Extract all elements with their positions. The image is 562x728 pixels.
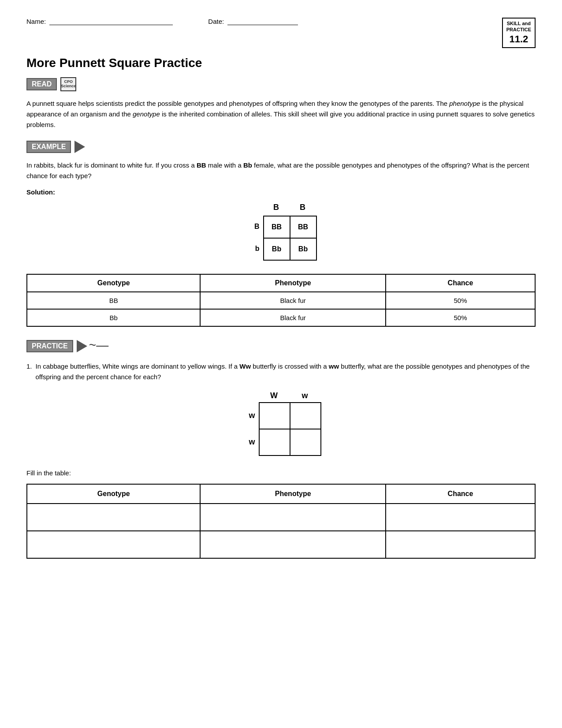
fill-row1-chance bbox=[386, 504, 535, 531]
col-header-2: B bbox=[290, 203, 316, 214]
header-row: Name: Date: SKILL and PRACTICE 11.2 bbox=[26, 18, 536, 48]
practice-punnett-grid bbox=[259, 402, 321, 456]
practice-badge: PRACTICE bbox=[26, 340, 73, 352]
read-section: READ CPOScience bbox=[26, 77, 536, 91]
question-1-number: 1. bbox=[26, 361, 32, 382]
fill-in-text: Fill in the table: bbox=[26, 469, 536, 477]
fill-row2-genotype bbox=[27, 531, 200, 558]
practice-cell-1-1 bbox=[260, 403, 290, 429]
practice-icon: ~— bbox=[77, 340, 108, 352]
name-line bbox=[49, 25, 173, 25]
practice-play-icon bbox=[77, 340, 87, 352]
punnett-body-example: B b BB BB Bb Bb bbox=[246, 216, 317, 261]
punnett-square-example: B B B b BB BB Bb Bb bbox=[26, 203, 536, 261]
row2-genotype: Bb bbox=[27, 309, 200, 326]
practice-cell-1-2 bbox=[290, 403, 321, 429]
name-field: Name: bbox=[26, 18, 173, 25]
solution-label: Solution: bbox=[26, 188, 536, 196]
fill-table: Genotype Phenotype Chance bbox=[26, 484, 536, 559]
play-icon bbox=[74, 141, 85, 153]
date-field: Date: bbox=[208, 18, 298, 25]
row1-phenotype: Black fur bbox=[200, 292, 386, 309]
row-label-1: B bbox=[246, 216, 263, 238]
fill-row1-genotype bbox=[27, 504, 200, 531]
table-header-genotype: Genotype bbox=[27, 274, 200, 292]
question-1-text: In cabbage butterflies, White wings are … bbox=[36, 361, 536, 382]
practice-label: PRACTICE bbox=[506, 27, 531, 32]
book-icon: CPOScience bbox=[60, 77, 76, 91]
punnett-grid-example: BB BB Bb Bb bbox=[263, 216, 317, 261]
cell-1-1: BB bbox=[264, 217, 290, 239]
table-header-phenotype: Phenotype bbox=[200, 274, 386, 292]
practice-col-headers: W w bbox=[259, 391, 321, 400]
punnett-col-headers: B B bbox=[263, 203, 317, 214]
row2-chance: 50% bbox=[386, 309, 535, 326]
skill-number: 11.2 bbox=[506, 33, 531, 46]
example-badge: EXAMPLE bbox=[26, 141, 71, 153]
question-1-content: 1. In cabbage butterflies, White wings a… bbox=[26, 361, 536, 382]
table-row-1: BB Black fur 50% bbox=[27, 292, 535, 309]
question-1: 1. In cabbage butterflies, White wings a… bbox=[26, 361, 536, 382]
col-header-1: B bbox=[263, 203, 290, 214]
practice-squiggle-icon: ~— bbox=[89, 339, 108, 351]
name-label: Name: bbox=[26, 18, 46, 25]
row2-phenotype: Black fur bbox=[200, 309, 386, 326]
example-result-table: Genotype Phenotype Chance BB Black fur 5… bbox=[26, 274, 536, 327]
practice-cell-2-1 bbox=[260, 429, 290, 456]
cell-1-2: BB bbox=[290, 217, 317, 239]
page-title: More Punnett Square Practice bbox=[26, 56, 536, 70]
fill-row2-chance bbox=[386, 531, 535, 558]
practice-row-label-2: w bbox=[241, 429, 259, 455]
row-label-2: b bbox=[246, 238, 263, 260]
table-row-2: Bb Black fur 50% bbox=[27, 309, 535, 326]
punnett-square-practice: W w w w bbox=[26, 391, 536, 456]
intro-text: A punnett square helps scientists predic… bbox=[26, 98, 536, 130]
fill-row-1 bbox=[27, 504, 535, 531]
read-badge: READ bbox=[26, 78, 57, 90]
fill-row1-phenotype bbox=[200, 504, 386, 531]
practice-col-header-2: w bbox=[290, 391, 320, 400]
table-header-chance: Chance bbox=[386, 274, 535, 292]
practice-section: PRACTICE ~— bbox=[26, 340, 536, 352]
practice-punnett-body: w w bbox=[241, 402, 321, 456]
fill-table-header-phenotype: Phenotype bbox=[200, 484, 386, 504]
row1-genotype: BB bbox=[27, 292, 200, 309]
example-section: EXAMPLE bbox=[26, 141, 536, 153]
cell-2-2: Bb bbox=[290, 239, 317, 261]
fill-row-2 bbox=[27, 531, 535, 558]
fill-row2-phenotype bbox=[200, 531, 386, 558]
skill-badge: SKILL and PRACTICE 11.2 bbox=[502, 18, 536, 48]
date-label: Date: bbox=[208, 18, 224, 25]
name-date-section: Name: Date: bbox=[26, 18, 502, 25]
practice-cell-2-2 bbox=[290, 429, 321, 456]
fill-table-header-genotype: Genotype bbox=[27, 484, 200, 504]
practice-row-labels: w w bbox=[241, 402, 259, 455]
practice-row-label-1: w bbox=[241, 402, 259, 429]
skill-label: SKILL and bbox=[507, 21, 531, 26]
punnett-wrapper-example: B B B b BB BB Bb Bb bbox=[246, 203, 317, 261]
punnett-wrapper-practice: W w w w bbox=[241, 391, 321, 456]
punnett-row-labels-example: B b bbox=[246, 216, 263, 260]
example-question: In rabbits, black fur is dominant to whi… bbox=[26, 160, 536, 181]
cell-2-1: Bb bbox=[264, 239, 290, 261]
row1-chance: 50% bbox=[386, 292, 535, 309]
fill-table-header-chance: Chance bbox=[386, 484, 535, 504]
practice-col-header-1: W bbox=[259, 391, 290, 400]
date-line bbox=[227, 25, 298, 25]
